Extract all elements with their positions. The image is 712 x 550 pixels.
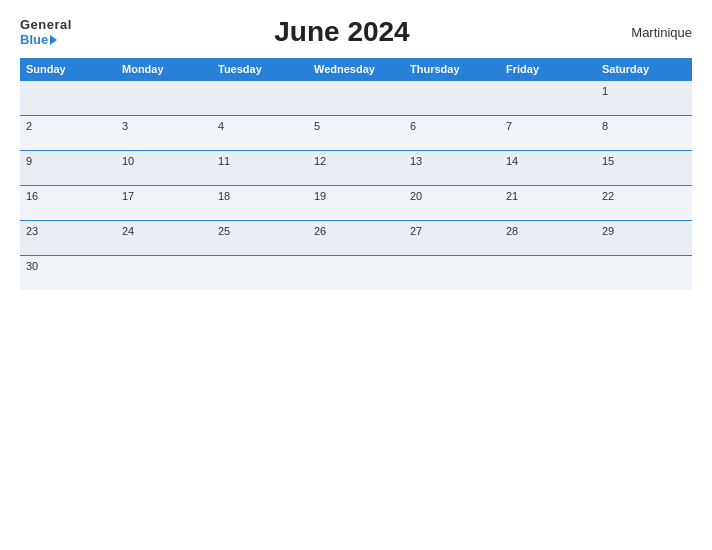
calendar-day-cell: [212, 256, 308, 291]
calendar-day-cell: 6: [404, 116, 500, 151]
calendar-title: June 2024: [72, 16, 612, 48]
day-number: 21: [506, 190, 518, 202]
day-number: 27: [410, 225, 422, 237]
calendar-day-cell: 17: [116, 186, 212, 221]
calendar-day-cell: 19: [308, 186, 404, 221]
logo-triangle-icon: [50, 35, 57, 45]
calendar-day-cell: 4: [212, 116, 308, 151]
calendar-week-row: 2345678: [20, 116, 692, 151]
day-number: 16: [26, 190, 38, 202]
logo-general-text: General: [20, 17, 72, 32]
day-number: 6: [410, 120, 416, 132]
day-number: 19: [314, 190, 326, 202]
calendar-day-cell: 18: [212, 186, 308, 221]
calendar-day-cell: 27: [404, 221, 500, 256]
header-sunday: Sunday: [20, 58, 116, 81]
calendar-week-row: 16171819202122: [20, 186, 692, 221]
region-label: Martinique: [612, 25, 692, 40]
calendar-day-cell: 2: [20, 116, 116, 151]
day-number: 17: [122, 190, 134, 202]
calendar-page: General Blue June 2024 Martinique Sunday…: [0, 0, 712, 550]
header-wednesday: Wednesday: [308, 58, 404, 81]
calendar-day-cell: 23: [20, 221, 116, 256]
header-saturday: Saturday: [596, 58, 692, 81]
calendar-day-cell: [500, 256, 596, 291]
day-number: 4: [218, 120, 224, 132]
calendar-day-cell: 11: [212, 151, 308, 186]
day-number: 9: [26, 155, 32, 167]
calendar-day-cell: 21: [500, 186, 596, 221]
calendar-day-cell: 12: [308, 151, 404, 186]
logo-blue-text: Blue: [20, 32, 57, 47]
day-number: 22: [602, 190, 614, 202]
day-number: 23: [26, 225, 38, 237]
header-tuesday: Tuesday: [212, 58, 308, 81]
calendar-day-cell: 15: [596, 151, 692, 186]
header-monday: Monday: [116, 58, 212, 81]
calendar-week-row: 23242526272829: [20, 221, 692, 256]
calendar-week-row: 1: [20, 81, 692, 116]
day-number: 24: [122, 225, 134, 237]
calendar-day-cell: [500, 81, 596, 116]
calendar-week-row: 9101112131415: [20, 151, 692, 186]
day-number: 13: [410, 155, 422, 167]
header-friday: Friday: [500, 58, 596, 81]
calendar-day-cell: [404, 81, 500, 116]
day-number: 15: [602, 155, 614, 167]
calendar-day-cell: 14: [500, 151, 596, 186]
calendar-day-cell: 30: [20, 256, 116, 291]
calendar-day-cell: [404, 256, 500, 291]
calendar-header: General Blue June 2024 Martinique: [20, 16, 692, 48]
calendar-day-cell: [20, 81, 116, 116]
calendar-day-cell: 26: [308, 221, 404, 256]
day-number: 1: [602, 85, 608, 97]
day-number: 30: [26, 260, 38, 272]
calendar-week-row: 30: [20, 256, 692, 291]
day-number: 12: [314, 155, 326, 167]
calendar-day-cell: 9: [20, 151, 116, 186]
logo: General Blue: [20, 17, 72, 47]
day-number: 14: [506, 155, 518, 167]
calendar-day-cell: 28: [500, 221, 596, 256]
day-number: 25: [218, 225, 230, 237]
calendar-day-cell: 1: [596, 81, 692, 116]
day-number: 3: [122, 120, 128, 132]
calendar-day-cell: [596, 256, 692, 291]
calendar-day-cell: 13: [404, 151, 500, 186]
day-number: 20: [410, 190, 422, 202]
calendar-day-cell: 24: [116, 221, 212, 256]
calendar-day-cell: 10: [116, 151, 212, 186]
calendar-day-cell: 5: [308, 116, 404, 151]
calendar-day-cell: [116, 256, 212, 291]
calendar-day-cell: 29: [596, 221, 692, 256]
day-number: 8: [602, 120, 608, 132]
calendar-day-cell: [116, 81, 212, 116]
day-number: 29: [602, 225, 614, 237]
weekday-header-row: Sunday Monday Tuesday Wednesday Thursday…: [20, 58, 692, 81]
calendar-day-cell: 3: [116, 116, 212, 151]
calendar-day-cell: 7: [500, 116, 596, 151]
header-thursday: Thursday: [404, 58, 500, 81]
day-number: 10: [122, 155, 134, 167]
day-number: 18: [218, 190, 230, 202]
calendar-day-cell: 16: [20, 186, 116, 221]
day-number: 5: [314, 120, 320, 132]
calendar-day-cell: [308, 81, 404, 116]
day-number: 11: [218, 155, 230, 167]
day-number: 26: [314, 225, 326, 237]
calendar-day-cell: 22: [596, 186, 692, 221]
day-number: 28: [506, 225, 518, 237]
calendar-day-cell: [308, 256, 404, 291]
day-number: 7: [506, 120, 512, 132]
calendar-day-cell: [212, 81, 308, 116]
calendar-day-cell: 25: [212, 221, 308, 256]
calendar-day-cell: 8: [596, 116, 692, 151]
day-number: 2: [26, 120, 32, 132]
calendar-table: Sunday Monday Tuesday Wednesday Thursday…: [20, 58, 692, 290]
calendar-day-cell: 20: [404, 186, 500, 221]
